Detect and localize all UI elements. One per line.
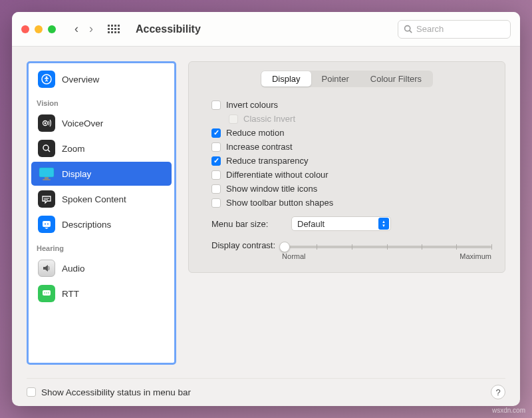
menubar-size-label: Menu bar size: — [211, 219, 285, 229]
tab-pointer[interactable]: Pointer — [311, 71, 360, 87]
option-reduce-motion[interactable]: Reduce motion — [202, 126, 491, 140]
checkbox[interactable] — [211, 128, 221, 138]
slider-min-label: Normal — [282, 252, 305, 260]
settings-panel: Display Pointer Colour Filters Invert co… — [188, 61, 505, 273]
tab-display[interactable]: Display — [261, 71, 311, 87]
watermark: wsxdn.com — [492, 407, 525, 414]
svg-point-15 — [47, 224, 49, 225]
sidebar-item-rtt[interactable]: RTT — [31, 282, 172, 306]
status-label: Show Accessibility status in menu bar — [41, 387, 191, 397]
svg-point-14 — [45, 224, 46, 225]
sidebar-item-label: Descriptions — [62, 220, 111, 230]
tabbar: Display Pointer Colour Filters — [202, 71, 491, 87]
window-title: Accessibility — [136, 23, 201, 35]
sidebar-item-descriptions[interactable]: Descriptions — [31, 212, 172, 236]
svg-rect-8 — [39, 168, 54, 177]
nav-arrows: ‹ › — [74, 22, 93, 36]
option-differentiate-colour[interactable]: Differentiate without colour — [202, 168, 491, 182]
descriptions-icon — [38, 216, 55, 233]
toolbar: ‹ › Accessibility Search — [12, 12, 520, 47]
overview-icon — [38, 71, 55, 88]
zoom-icon[interactable] — [48, 25, 56, 33]
contrast-slider[interactable] — [282, 246, 491, 248]
checkbox[interactable] — [211, 156, 221, 166]
back-button[interactable]: ‹ — [74, 22, 78, 36]
footer: Show Accessibility status in menu bar ? — [27, 378, 505, 405]
option-label: Differentiate without colour — [226, 170, 329, 180]
sidebar-item-label: Spoken Content — [62, 194, 126, 204]
svg-point-18 — [46, 292, 47, 294]
svg-line-1 — [410, 31, 412, 33]
checkbox[interactable] — [211, 170, 221, 180]
option-reduce-transparency[interactable]: Reduce transparency — [202, 154, 491, 168]
select-value: Default — [297, 219, 325, 229]
minimize-icon[interactable] — [35, 25, 43, 33]
menubar-size-select[interactable]: Default ▲▼ — [291, 216, 391, 231]
select-stepper-icon: ▲▼ — [378, 218, 389, 230]
option-label: Reduce transparency — [226, 156, 309, 166]
option-label: Show toolbar button shapes — [226, 198, 333, 208]
sidebar-item-label: VoiceOver — [62, 118, 103, 128]
option-label: Show window title icons — [226, 184, 317, 194]
display-contrast-label: Display contrast: — [211, 240, 275, 250]
svg-point-6 — [43, 145, 49, 150]
sidebar-item-label: Display — [62, 169, 91, 179]
svg-rect-10 — [43, 179, 51, 180]
sidebar-item-audio[interactable]: Audio — [31, 256, 172, 280]
option-label: Reduce motion — [226, 128, 284, 138]
option-invert-colours[interactable]: Invert colours — [202, 98, 491, 112]
option-classic-invert: Classic Invert — [202, 112, 491, 126]
search-placeholder: Search — [416, 24, 444, 34]
checkbox[interactable] — [211, 184, 221, 194]
preferences-window: ‹ › Accessibility Search Overview — [12, 12, 520, 406]
spoken-content-icon — [38, 190, 55, 208]
checkbox[interactable] — [211, 198, 221, 208]
svg-point-5 — [45, 122, 47, 124]
checkbox[interactable] — [211, 142, 221, 152]
option-title-icons[interactable]: Show window title icons — [202, 182, 491, 196]
display-icon — [38, 165, 55, 182]
content-area: Overview Vision VoiceOver Zoom — [12, 47, 520, 406]
help-button[interactable]: ? — [491, 385, 505, 399]
zoom-icon — [38, 140, 55, 157]
svg-point-17 — [44, 292, 45, 294]
rtt-icon — [38, 285, 55, 302]
slider-thumb[interactable] — [279, 242, 290, 252]
svg-line-7 — [48, 150, 50, 152]
option-label: Invert colours — [226, 100, 278, 110]
sidebar-item-spoken-content[interactable]: Spoken Content — [31, 187, 172, 211]
svg-rect-13 — [43, 221, 51, 227]
option-increase-contrast[interactable]: Increase contrast — [202, 140, 491, 154]
section-vision: Vision — [29, 93, 174, 110]
sidebar-item-display[interactable]: Display — [31, 162, 172, 186]
sidebar-item-label: Zoom — [62, 144, 85, 154]
slider-max-label: Maximum — [460, 252, 491, 260]
svg-point-3 — [46, 77, 48, 79]
checkbox[interactable] — [211, 101, 221, 110]
audio-icon — [38, 260, 55, 277]
forward-button: › — [89, 22, 93, 36]
sidebar-item-overview[interactable]: Overview — [31, 67, 172, 91]
show-all-button[interactable] — [108, 25, 120, 33]
sidebar-item-label: RTT — [62, 289, 79, 299]
display-contrast-row: Display contrast: — [202, 234, 491, 260]
option-label: Classic Invert — [243, 114, 295, 124]
menubar-size-row: Menu bar size: Default ▲▼ — [202, 210, 491, 234]
sidebar-item-label: Overview — [62, 75, 99, 85]
tab-colour-filters[interactable]: Colour Filters — [360, 71, 432, 87]
option-button-shapes[interactable]: Show toolbar button shapes — [202, 196, 491, 210]
svg-point-19 — [48, 292, 49, 294]
search-input[interactable]: Search — [398, 20, 511, 39]
svg-rect-9 — [45, 177, 49, 179]
sidebar[interactable]: Overview Vision VoiceOver Zoom — [27, 61, 176, 365]
status-checkbox[interactable] — [27, 387, 36, 397]
svg-point-0 — [405, 26, 410, 31]
window-controls — [21, 25, 56, 33]
option-label: Increase contrast — [226, 142, 293, 152]
section-hearing: Hearing — [29, 238, 174, 255]
close-icon[interactable] — [21, 25, 29, 33]
sidebar-item-zoom[interactable]: Zoom — [31, 136, 172, 160]
search-icon — [404, 25, 412, 33]
sidebar-item-voiceover[interactable]: VoiceOver — [31, 111, 172, 135]
sidebar-item-label: Audio — [62, 264, 85, 274]
